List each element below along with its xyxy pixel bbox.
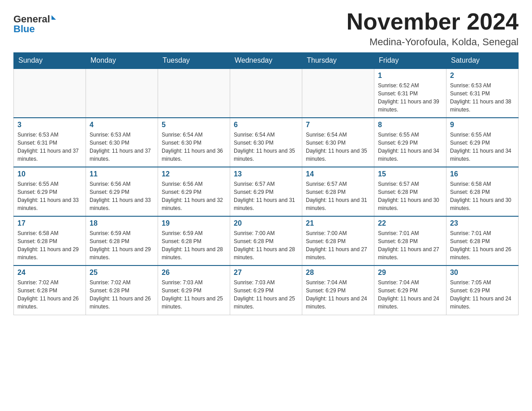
day-number: 19	[162, 219, 226, 227]
day-info: Sunrise: 6:53 AM Sunset: 6:30 PM Dayligh…	[90, 131, 154, 163]
calendar-cell	[86, 68, 158, 118]
calendar-cell: 10Sunrise: 6:55 AM Sunset: 6:29 PM Dayli…	[14, 167, 86, 216]
calendar-cell: 13Sunrise: 6:57 AM Sunset: 6:29 PM Dayli…	[230, 167, 302, 216]
day-info: Sunrise: 6:57 AM Sunset: 6:28 PM Dayligh…	[306, 180, 370, 212]
calendar-cell: 18Sunrise: 6:59 AM Sunset: 6:28 PM Dayli…	[86, 216, 158, 265]
calendar-cell: 24Sunrise: 7:02 AM Sunset: 6:28 PM Dayli…	[14, 265, 86, 315]
day-number: 4	[90, 121, 154, 129]
day-number: 22	[378, 219, 442, 227]
calendar-table: SundayMondayTuesdayWednesdayThursdayFrid…	[13, 52, 519, 315]
day-number: 26	[162, 269, 226, 277]
page-header: General Blue November 2024 Medina-Yorofo…	[13, 9, 519, 48]
day-number: 28	[306, 269, 370, 277]
day-info: Sunrise: 6:57 AM Sunset: 6:29 PM Dayligh…	[234, 180, 298, 212]
day-info: Sunrise: 6:58 AM Sunset: 6:28 PM Dayligh…	[17, 229, 82, 261]
day-number: 2	[450, 72, 515, 80]
calendar-cell: 1Sunrise: 6:52 AM Sunset: 6:31 PM Daylig…	[374, 68, 446, 118]
calendar-cell: 21Sunrise: 7:00 AM Sunset: 6:28 PM Dayli…	[302, 216, 374, 265]
logo: General Blue	[13, 9, 56, 35]
calendar-header-saturday: Saturday	[446, 53, 519, 69]
day-info: Sunrise: 7:04 AM Sunset: 6:29 PM Dayligh…	[306, 278, 370, 311]
day-info: Sunrise: 7:01 AM Sunset: 6:28 PM Dayligh…	[450, 229, 515, 261]
day-number: 3	[17, 121, 82, 129]
day-number: 29	[378, 269, 442, 277]
day-number: 8	[378, 121, 442, 129]
day-number: 11	[90, 170, 154, 178]
day-info: Sunrise: 6:56 AM Sunset: 6:29 PM Dayligh…	[90, 180, 154, 212]
calendar-week-row-3: 10Sunrise: 6:55 AM Sunset: 6:29 PM Dayli…	[14, 167, 519, 216]
calendar-cell: 20Sunrise: 7:00 AM Sunset: 6:28 PM Dayli…	[230, 216, 302, 265]
calendar-cell: 26Sunrise: 7:03 AM Sunset: 6:29 PM Dayli…	[158, 265, 230, 315]
day-info: Sunrise: 7:01 AM Sunset: 6:28 PM Dayligh…	[378, 229, 442, 261]
calendar-header-friday: Friday	[374, 53, 446, 69]
calendar-week-row-2: 3Sunrise: 6:53 AM Sunset: 6:31 PM Daylig…	[14, 118, 519, 167]
day-number: 20	[234, 219, 298, 227]
calendar-cell: 4Sunrise: 6:53 AM Sunset: 6:30 PM Daylig…	[86, 118, 158, 167]
day-number: 6	[234, 121, 298, 129]
day-number: 27	[234, 269, 298, 277]
day-info: Sunrise: 6:55 AM Sunset: 6:29 PM Dayligh…	[450, 131, 515, 163]
day-info: Sunrise: 6:59 AM Sunset: 6:28 PM Dayligh…	[90, 229, 154, 261]
calendar-cell: 19Sunrise: 6:59 AM Sunset: 6:28 PM Dayli…	[158, 216, 230, 265]
calendar-cell: 7Sunrise: 6:54 AM Sunset: 6:30 PM Daylig…	[302, 118, 374, 167]
calendar-header-row: SundayMondayTuesdayWednesdayThursdayFrid…	[14, 53, 519, 69]
day-info: Sunrise: 6:57 AM Sunset: 6:28 PM Dayligh…	[378, 180, 442, 212]
calendar-header-thursday: Thursday	[302, 53, 374, 69]
calendar-cell: 6Sunrise: 6:54 AM Sunset: 6:30 PM Daylig…	[230, 118, 302, 167]
day-info: Sunrise: 7:03 AM Sunset: 6:29 PM Dayligh…	[162, 278, 226, 311]
day-number: 18	[90, 219, 154, 227]
day-info: Sunrise: 6:53 AM Sunset: 6:31 PM Dayligh…	[450, 81, 515, 114]
calendar-week-row-1: 1Sunrise: 6:52 AM Sunset: 6:31 PM Daylig…	[14, 68, 519, 118]
day-number: 24	[17, 269, 82, 277]
logo-blue-text: Blue	[13, 23, 35, 35]
day-number: 12	[162, 170, 226, 178]
day-number: 14	[306, 170, 370, 178]
day-info: Sunrise: 6:54 AM Sunset: 6:30 PM Dayligh…	[234, 131, 298, 163]
calendar-cell: 15Sunrise: 6:57 AM Sunset: 6:28 PM Dayli…	[374, 167, 446, 216]
calendar-cell: 2Sunrise: 6:53 AM Sunset: 6:31 PM Daylig…	[446, 68, 519, 118]
day-number: 13	[234, 170, 298, 178]
calendar-cell: 28Sunrise: 7:04 AM Sunset: 6:29 PM Dayli…	[302, 265, 374, 315]
calendar-cell: 14Sunrise: 6:57 AM Sunset: 6:28 PM Dayli…	[302, 167, 374, 216]
calendar-cell: 29Sunrise: 7:04 AM Sunset: 6:29 PM Dayli…	[374, 265, 446, 315]
day-info: Sunrise: 6:59 AM Sunset: 6:28 PM Dayligh…	[162, 229, 226, 261]
calendar-cell: 8Sunrise: 6:55 AM Sunset: 6:29 PM Daylig…	[374, 118, 446, 167]
day-number: 1	[378, 72, 442, 80]
day-number: 30	[450, 269, 515, 277]
day-number: 17	[17, 219, 82, 227]
calendar-week-row-4: 17Sunrise: 6:58 AM Sunset: 6:28 PM Dayli…	[14, 216, 519, 265]
day-info: Sunrise: 7:00 AM Sunset: 6:28 PM Dayligh…	[234, 229, 298, 261]
calendar-cell: 5Sunrise: 6:54 AM Sunset: 6:30 PM Daylig…	[158, 118, 230, 167]
calendar-header-sunday: Sunday	[14, 53, 86, 69]
day-info: Sunrise: 7:02 AM Sunset: 6:28 PM Dayligh…	[90, 278, 154, 311]
day-number: 16	[450, 170, 515, 178]
day-info: Sunrise: 6:55 AM Sunset: 6:29 PM Dayligh…	[17, 180, 82, 212]
day-info: Sunrise: 6:54 AM Sunset: 6:30 PM Dayligh…	[306, 131, 370, 163]
day-number: 15	[378, 170, 442, 178]
calendar-cell: 16Sunrise: 6:58 AM Sunset: 6:28 PM Dayli…	[446, 167, 519, 216]
day-info: Sunrise: 6:56 AM Sunset: 6:29 PM Dayligh…	[162, 180, 226, 212]
calendar-header-tuesday: Tuesday	[158, 53, 230, 69]
calendar-cell: 23Sunrise: 7:01 AM Sunset: 6:28 PM Dayli…	[446, 216, 519, 265]
calendar-cell: 17Sunrise: 6:58 AM Sunset: 6:28 PM Dayli…	[14, 216, 86, 265]
month-title: November 2024	[347, 9, 519, 34]
calendar-cell: 9Sunrise: 6:55 AM Sunset: 6:29 PM Daylig…	[446, 118, 519, 167]
logo-arrow-icon	[51, 15, 56, 20]
day-number: 10	[17, 170, 82, 178]
day-number: 21	[306, 219, 370, 227]
day-info: Sunrise: 7:00 AM Sunset: 6:28 PM Dayligh…	[306, 229, 370, 261]
day-number: 25	[90, 269, 154, 277]
calendar-header-wednesday: Wednesday	[230, 53, 302, 69]
calendar-header-monday: Monday	[86, 53, 158, 69]
calendar-cell: 3Sunrise: 6:53 AM Sunset: 6:31 PM Daylig…	[14, 118, 86, 167]
calendar-cell: 25Sunrise: 7:02 AM Sunset: 6:28 PM Dayli…	[86, 265, 158, 315]
day-info: Sunrise: 7:02 AM Sunset: 6:28 PM Dayligh…	[17, 278, 82, 311]
day-info: Sunrise: 6:52 AM Sunset: 6:31 PM Dayligh…	[378, 81, 442, 114]
calendar-cell: 27Sunrise: 7:03 AM Sunset: 6:29 PM Dayli…	[230, 265, 302, 315]
day-number: 9	[450, 121, 515, 129]
day-number: 23	[450, 219, 515, 227]
location-subtitle: Medina-Yorofoula, Kolda, Senegal	[347, 36, 519, 48]
day-info: Sunrise: 7:05 AM Sunset: 6:29 PM Dayligh…	[450, 278, 515, 311]
title-block: November 2024 Medina-Yorofoula, Kolda, S…	[347, 9, 519, 48]
day-number: 7	[306, 121, 370, 129]
